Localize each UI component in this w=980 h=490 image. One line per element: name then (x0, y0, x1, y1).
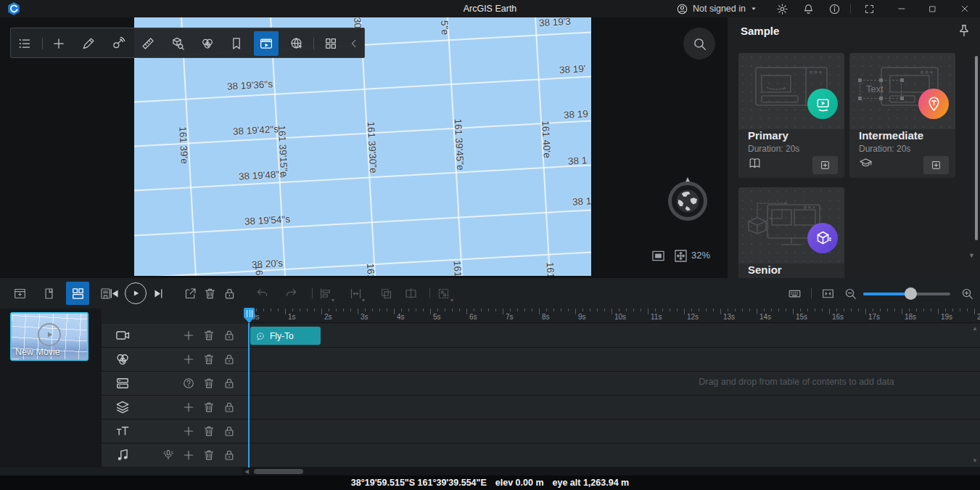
tracks-scroll-up-arrow[interactable]: ▲ (972, 325, 978, 332)
gallery-view-button-active[interactable] (66, 282, 89, 305)
web-scene-button[interactable] (285, 32, 308, 55)
track-add-button[interactable] (181, 447, 197, 463)
timeline-zoom-out-button[interactable] (841, 283, 859, 303)
track-delete-button[interactable] (201, 447, 217, 463)
track-gps-button[interactable] (107, 32, 130, 55)
add-box-icon (931, 160, 942, 171)
movie-thumbnail-selected[interactable]: New Movie (10, 312, 88, 361)
track-lock-button[interactable] (221, 351, 237, 367)
sample-card-senior[interactable]: Senior (738, 187, 844, 278)
maximize-button[interactable] (917, 0, 948, 17)
signin-menu[interactable]: Not signed in (676, 0, 757, 17)
track-delete-button[interactable] (201, 351, 217, 367)
bookmarks-button[interactable] (225, 32, 248, 55)
measure-button[interactable] (136, 32, 160, 55)
minimize-button[interactable] (886, 0, 917, 17)
timeline-zoom-in-button[interactable] (958, 283, 976, 303)
track-add-button[interactable] (181, 423, 197, 439)
timeline-hscrollbar[interactable] (242, 467, 980, 475)
track-add-button[interactable] (181, 327, 197, 343)
ruler-minor-tick (699, 309, 699, 311)
2d-view-button[interactable] (650, 248, 667, 264)
analysis-button[interactable] (166, 32, 189, 55)
ruler-minor-tick (641, 309, 641, 311)
export-movie-button[interactable] (181, 283, 199, 303)
ruler-minor-tick (677, 309, 678, 311)
toolbar-divider (429, 288, 430, 298)
track-record-button[interactable] (160, 447, 176, 463)
audio-track-lane[interactable] (250, 444, 980, 467)
text-track-icon (115, 423, 131, 439)
track-lock-button[interactable] (221, 399, 237, 415)
hscroll-thumb[interactable] (254, 469, 303, 474)
select-all-button[interactable] (434, 283, 453, 303)
sample-card-primary[interactable]: Primary Duration: 20s (738, 53, 844, 178)
track-lock-button[interactable] (221, 423, 237, 439)
settings-button[interactable] (773, 0, 791, 17)
undo-button[interactable] (252, 283, 271, 303)
layers-track-lane[interactable] (250, 396, 980, 420)
timeline-zoom-slider-thumb[interactable] (905, 287, 917, 300)
basemap-track-header (102, 348, 250, 372)
video-track-lane[interactable]: Fly-To (250, 324, 980, 348)
track-delete-button[interactable] (201, 423, 217, 439)
zoom-to-fit-button[interactable] (818, 283, 837, 303)
redo-button[interactable] (281, 283, 300, 303)
lock-button[interactable] (221, 283, 238, 303)
text-track-lane[interactable] (250, 420, 980, 444)
track-delete-button[interactable] (201, 327, 217, 343)
spacing-button[interactable] (347, 283, 364, 303)
status-coordinates: 38°19'59.515"S 161°39'39.554"E (351, 478, 487, 488)
track-lock-button[interactable] (221, 375, 237, 391)
track-delete-button[interactable] (201, 375, 217, 391)
align-button[interactable] (316, 283, 334, 303)
open-movie-button[interactable] (38, 282, 59, 304)
movie-button-active[interactable] (254, 31, 279, 56)
panel-scroll-down-arrow[interactable]: ▼ (968, 252, 975, 259)
tracks-scroll-down-arrow[interactable]: ▼ (972, 457, 978, 464)
add-sample-button[interactable] (923, 156, 949, 174)
hscroll-left-arrow[interactable]: ◀ (244, 468, 249, 475)
billboard-track-lane[interactable] (250, 372, 980, 396)
flyto-clip[interactable]: Fly-To (250, 327, 321, 345)
play-button[interactable] (125, 282, 147, 304)
apps-button[interactable] (319, 32, 342, 55)
lock-icon (223, 377, 236, 390)
ruler-minor-tick (713, 309, 714, 311)
new-movie-button[interactable] (9, 282, 30, 304)
skip-to-end-button[interactable] (149, 283, 167, 303)
collapse-toolbar-button[interactable] (345, 32, 363, 55)
duplicate-button[interactable] (377, 283, 395, 303)
skip-end-icon (152, 287, 165, 301)
sample-card-intermediate[interactable]: Text Intermediate Duration: 20s (849, 53, 955, 178)
track-delete-button[interactable] (201, 399, 217, 415)
search-button[interactable] (683, 28, 715, 60)
about-button[interactable] (825, 0, 843, 17)
add-data-button[interactable] (47, 32, 70, 55)
pan-mode-button[interactable] (672, 248, 689, 264)
ruler-label: 14s (759, 313, 771, 321)
table-of-contents-button[interactable] (13, 32, 36, 55)
ruler-label: 11s (651, 313, 662, 321)
ruler-minor-tick (416, 309, 416, 311)
track-lock-button[interactable] (221, 327, 237, 343)
track-add-button[interactable] (181, 351, 197, 367)
add-sample-button[interactable] (812, 156, 838, 174)
track-add-button[interactable] (181, 399, 197, 415)
timeline-ruler[interactable]: 0s1s2s3s4s5s6s7s8s9s10s11s12s13s14s15s16… (249, 309, 980, 323)
track-lock-button[interactable] (221, 447, 237, 463)
track-help-button[interactable] (181, 375, 197, 391)
split-button[interactable] (402, 283, 419, 303)
close-button[interactable] (949, 0, 980, 17)
panel-scrollbar[interactable] (975, 56, 978, 240)
notifications-button[interactable] (799, 0, 817, 17)
draw-button[interactable] (77, 32, 100, 55)
delete-button[interactable] (201, 283, 218, 303)
basemap-button[interactable] (196, 32, 219, 55)
fullscreen-button[interactable] (860, 0, 878, 17)
pin-panel-button[interactable] (957, 23, 971, 38)
ruler-minor-tick (423, 309, 424, 311)
skip-to-start-button[interactable] (105, 283, 123, 303)
basemap-track-lane[interactable] (250, 348, 980, 372)
keyboard-shortcuts-button[interactable] (785, 283, 804, 303)
